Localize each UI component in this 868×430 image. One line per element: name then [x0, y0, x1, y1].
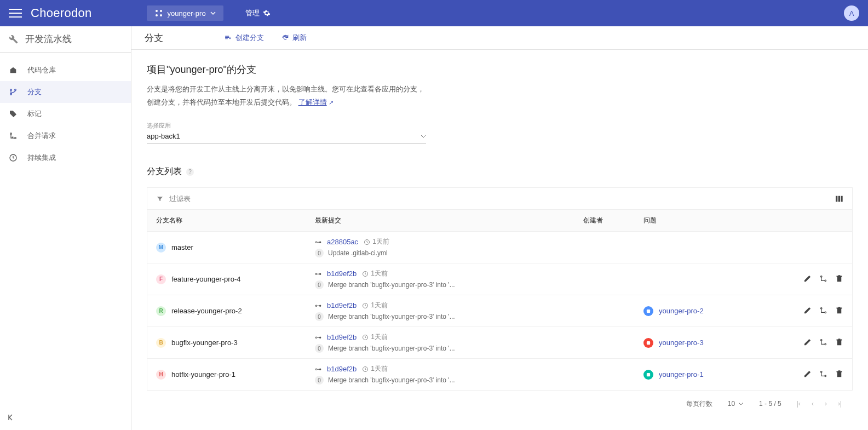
manage-link[interactable]: 管理: [245, 8, 271, 18]
commit-time: 1天前: [364, 237, 389, 246]
first-page-button[interactable]: |‹: [797, 400, 801, 408]
app-select[interactable]: 选择应用 app-back1: [147, 122, 426, 144]
svg-point-22: [821, 307, 823, 309]
table-row: Hhotfix-younger-pro-1⊶b1d9ef2b1天前0Merge …: [147, 359, 852, 390]
delete-button[interactable]: [835, 370, 843, 380]
edit-button[interactable]: [803, 338, 812, 348]
collapse-icon[interactable]: [7, 413, 15, 423]
commit-hash[interactable]: b1d9ef2b: [327, 333, 357, 341]
header-issue: 问题: [643, 216, 789, 225]
svg-rect-0: [9, 9, 22, 10]
commit-hash[interactable]: b1d9ef2b: [327, 365, 357, 373]
table-row: Mmaster⊶a28805ac1天前0Update .gitlab-ci.ym…: [147, 232, 852, 263]
commit-message: Merge branch 'bugfix-younger-pro-3' into…: [328, 281, 455, 289]
branch-type-badge: B: [156, 338, 166, 348]
svg-point-23: [825, 312, 826, 313]
delete-button[interactable]: [835, 338, 843, 348]
refresh-button[interactable]: 刷新: [281, 33, 307, 43]
sidebar-item-0[interactable]: 代码仓库: [0, 59, 131, 81]
page-range: 1 - 5 / 5: [759, 400, 781, 408]
refresh-label: 刷新: [292, 33, 307, 43]
hamburger-icon[interactable]: [9, 7, 22, 20]
clock-icon: [362, 366, 369, 372]
issue-link[interactable]: younger-pro-3: [659, 339, 704, 347]
branch-name[interactable]: bugfix-younger-pro-3: [171, 339, 238, 347]
content: 项目"younger-pro"的分支 分支是将您的开发工作从主线上分离开来，以免…: [131, 50, 868, 430]
svg-point-7: [10, 89, 12, 91]
avatar[interactable]: A: [844, 5, 859, 21]
logo[interactable]: Choerodon: [31, 6, 92, 20]
sidebar-item-2[interactable]: 标记: [0, 103, 131, 125]
delete-button[interactable]: [835, 274, 843, 284]
columns-icon[interactable]: [835, 194, 843, 203]
issue-type-icon: [643, 370, 653, 380]
header-creator: 创建者: [583, 216, 643, 225]
next-page-button[interactable]: ›: [825, 400, 827, 408]
last-page-button[interactable]: ›|: [838, 400, 842, 408]
edit-button[interactable]: [803, 306, 812, 316]
commit-time: 1天前: [362, 364, 388, 374]
svg-rect-1: [9, 13, 22, 14]
project-selector[interactable]: younger-pro: [147, 5, 223, 21]
select-label: 选择应用: [147, 122, 426, 130]
filter-icon[interactable]: [156, 195, 164, 203]
svg-point-27: [825, 343, 826, 345]
filter-label[interactable]: 过滤表: [169, 194, 191, 204]
commit-count: 0: [315, 280, 324, 289]
edit-button[interactable]: [803, 370, 812, 380]
per-page-label: 每页行数: [686, 399, 712, 409]
svg-point-3: [156, 10, 158, 12]
branch-name[interactable]: release-younger-pro-2: [171, 307, 242, 315]
commit-count: 0: [315, 344, 324, 353]
issue-link[interactable]: younger-pro-1: [659, 370, 704, 379]
branch-name[interactable]: feature-younger-pro-4: [171, 275, 240, 283]
sidebar-item-3[interactable]: 合并请求: [0, 125, 131, 147]
header-commit: 最新提交: [315, 216, 583, 225]
merge-button[interactable]: [819, 306, 827, 316]
svg-rect-14: [838, 196, 840, 202]
pagination: 每页行数 10 1 - 5 / 5 |‹ ‹ › ›|: [147, 391, 853, 417]
branch-type-badge: R: [156, 306, 166, 316]
svg-point-9: [15, 89, 16, 91]
merge-button[interactable]: [819, 338, 827, 348]
toolbar-title: 分支: [145, 32, 163, 44]
svg-point-19: [825, 280, 826, 282]
svg-point-26: [821, 339, 823, 341]
merge-button[interactable]: [819, 274, 827, 284]
svg-point-31: [825, 375, 826, 377]
issue-link[interactable]: younger-pro-2: [659, 307, 704, 315]
sidebar-nav: 代码仓库分支标记合并请求持续集成: [0, 53, 131, 430]
commit-hash[interactable]: b1d9ef2b: [327, 301, 357, 309]
commit-icon: ⊶: [315, 302, 321, 309]
svg-point-11: [15, 137, 16, 139]
help-icon[interactable]: ?: [186, 168, 194, 176]
commit-hash[interactable]: a28805ac: [327, 238, 358, 246]
table-row: Rrelease-younger-pro-2⊶b1d9ef2b1天前0Merge…: [147, 295, 852, 327]
playlist-add-icon: [225, 34, 232, 42]
branch-type-badge: M: [156, 243, 166, 253]
create-branch-button[interactable]: 创建分支: [225, 33, 264, 43]
page-nav: |‹ ‹ › ›|: [797, 400, 842, 408]
branch-name[interactable]: hotfix-younger-pro-1: [171, 370, 235, 379]
branch-name[interactable]: master: [171, 243, 193, 251]
edit-button[interactable]: [803, 274, 812, 284]
sidebar-item-1[interactable]: 分支: [0, 81, 131, 103]
commit-hash[interactable]: b1d9ef2b: [327, 270, 357, 278]
page-size-select[interactable]: 10: [728, 400, 744, 408]
commit-icon: ⊶: [315, 270, 321, 278]
branch-type-badge: F: [156, 274, 166, 284]
commit-count: 0: [315, 312, 324, 321]
sidebar-item-4[interactable]: 持续集成: [0, 147, 131, 169]
prev-page-button[interactable]: ‹: [812, 400, 814, 408]
table-row: Bbugfix-younger-pro-3⊶b1d9ef2b1天前0Merge …: [147, 327, 852, 359]
merge-button[interactable]: [819, 370, 827, 380]
clock-icon: [362, 302, 369, 309]
branch-table: 过滤表 分支名称 最新提交 创建者 问题 Mmaster⊶a28805ac1天前…: [147, 187, 853, 391]
commit-count: 0: [315, 249, 324, 257]
select-value[interactable]: app-back1: [147, 130, 426, 144]
table-row: Ffeature-younger-pro-4⊶b1d9ef2b1天前0Merge…: [147, 263, 852, 295]
learn-more-link[interactable]: 了解详情: [298, 98, 327, 106]
wrench-icon: [9, 35, 19, 44]
delete-button[interactable]: [835, 306, 843, 316]
commit-time: 1天前: [362, 332, 388, 342]
